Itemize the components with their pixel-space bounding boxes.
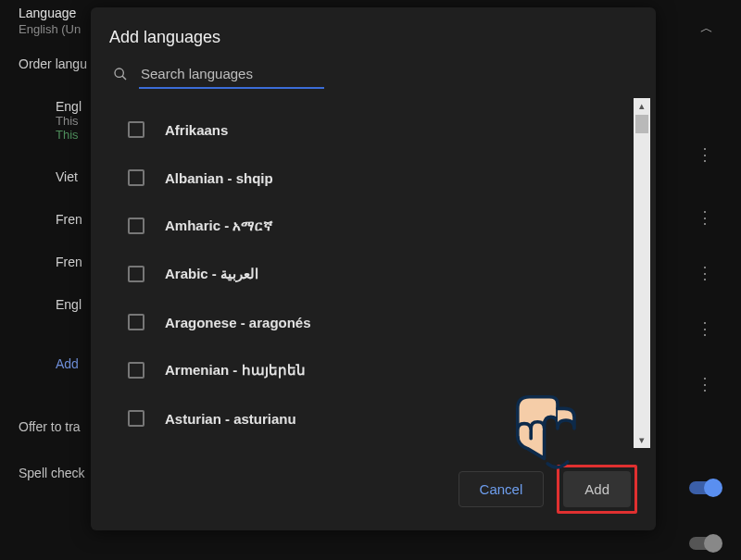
scrollbar[interactable]: ▴ ▾ xyxy=(634,98,650,448)
svg-point-0 xyxy=(115,68,123,77)
checkbox[interactable] xyxy=(128,218,144,234)
checkbox[interactable] xyxy=(128,169,144,186)
language-option[interactable]: Afrikaans xyxy=(109,106,650,154)
language-item-label: Engl xyxy=(56,297,82,312)
scroll-down-icon[interactable]: ▾ xyxy=(634,434,650,446)
language-option[interactable]: Asturian - asturianu xyxy=(109,394,650,442)
more-icon[interactable]: ⋮ xyxy=(697,215,713,220)
language-option-label: Asturian - asturianu xyxy=(165,411,296,427)
more-icon[interactable]: ⋮ xyxy=(697,270,713,276)
dialog-title: Add languages xyxy=(91,7,656,60)
dialog-footer: Cancel Add xyxy=(91,448,656,530)
checkbox[interactable] xyxy=(128,121,144,138)
language-option-label: Amharic - አማርኛ xyxy=(165,218,273,234)
language-item-label: Fren xyxy=(56,255,82,269)
search-icon xyxy=(113,67,128,84)
language-item-label: Viet xyxy=(56,169,78,184)
language-option-label: Afrikaans xyxy=(165,122,228,138)
language-option[interactable]: Amharic - አማርኛ xyxy=(109,202,650,250)
scroll-up-icon[interactable]: ▴ xyxy=(634,100,650,112)
language-option-label: Albanian - shqip xyxy=(165,170,273,186)
cancel-button[interactable]: Cancel xyxy=(458,471,545,507)
checkbox[interactable] xyxy=(128,410,144,427)
chevron-up-icon[interactable]: ︿ xyxy=(700,20,713,37)
offer-translate-toggle[interactable] xyxy=(689,481,721,494)
more-icon[interactable]: ⋮ xyxy=(697,381,713,387)
search-input[interactable] xyxy=(139,62,324,89)
language-option[interactable]: Albanian - shqip xyxy=(109,154,650,202)
checkbox[interactable] xyxy=(128,362,144,379)
checkbox[interactable] xyxy=(128,266,144,282)
language-option-label: Armenian - հայերեն xyxy=(165,362,306,379)
more-icon[interactable]: ⋮ xyxy=(697,326,713,331)
more-icon[interactable]: ⋮ xyxy=(697,152,713,157)
add-button[interactable]: Add xyxy=(563,471,631,507)
language-option-label: Aragonese - aragonés xyxy=(165,315,311,330)
language-item-label: Engl xyxy=(56,99,82,114)
add-languages-dialog: Add languages Afrikaans Albanian - shqip… xyxy=(91,7,656,530)
scrollbar-thumb[interactable] xyxy=(635,115,648,133)
checkbox[interactable] xyxy=(128,314,144,330)
language-option[interactable]: Arabic - العربية xyxy=(109,250,650,298)
language-option[interactable]: Aragonese - aragonés xyxy=(109,298,650,346)
language-item-label: Fren xyxy=(56,212,82,227)
language-list: Afrikaans Albanian - shqip Amharic - አማር… xyxy=(91,98,650,448)
language-option-label: Arabic - العربية xyxy=(165,266,258,282)
language-option[interactable]: Armenian - հայերեն xyxy=(109,346,650,394)
svg-line-1 xyxy=(122,76,126,80)
add-button-highlight: Add xyxy=(557,465,637,514)
spell-check-toggle[interactable] xyxy=(689,537,721,550)
